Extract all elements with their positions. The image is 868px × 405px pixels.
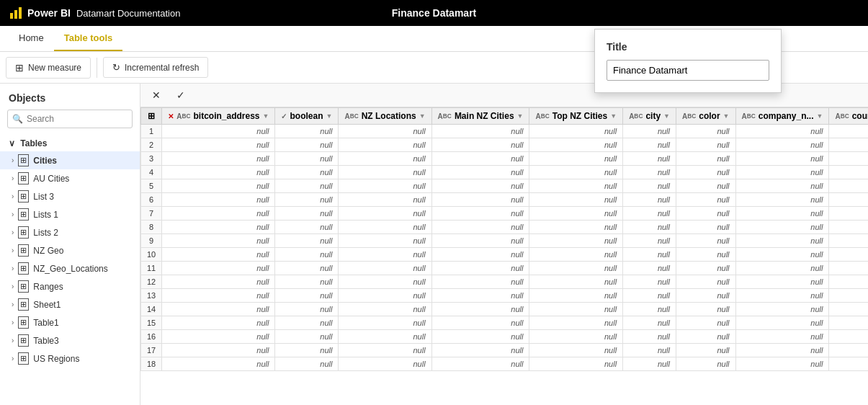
cell: null [829, 357, 868, 371]
sidebar-item-list3[interactable]: › ⊞ List 3 [0, 187, 140, 205]
col-name-company: company_n... [759, 111, 814, 121]
cell: null [829, 179, 868, 193]
cell: null [529, 152, 623, 166]
cell: null [339, 193, 431, 207]
new-measure-button[interactable]: ⊞ New measure [6, 57, 91, 79]
cell: null [529, 303, 623, 316]
col-header-main-nz-cities[interactable]: ABC Main NZ Cities ▼ [431, 108, 529, 125]
cell: null [829, 207, 868, 221]
cell: null [339, 248, 431, 262]
col-dropdown-nz-loc[interactable]: ▼ [419, 112, 426, 120]
col-header-nz-locations[interactable]: ABC NZ Locations ▼ [339, 108, 431, 125]
sidebar-item-cities[interactable]: › ⊞ Cities [0, 151, 140, 169]
col-header-boolean[interactable]: ✓ boolean ▼ [275, 108, 339, 125]
cell: null [829, 221, 868, 234]
popup-title-input[interactable] [607, 60, 769, 81]
cell: null [275, 207, 339, 221]
list3-chevron: › [12, 192, 14, 200]
table-row: 14nullnullnullnullnullnullnullnullnull [141, 303, 869, 316]
row-number: 6 [141, 193, 162, 207]
confirm-edit-button[interactable]: ✓ [171, 86, 191, 104]
table-row: 11nullnullnullnullnullnullnullnullnull [141, 262, 869, 275]
cell: null [623, 193, 676, 207]
search-input[interactable] [7, 110, 133, 128]
cell: null [735, 316, 829, 330]
col-dropdown-company[interactable]: ▼ [816, 112, 823, 120]
col-header-country[interactable]: ABC country ▼ [829, 108, 868, 125]
col-dropdown-top-nz[interactable]: ▼ [610, 112, 617, 120]
sidebar-item-au-cities[interactable]: › ⊞ AU Cities [0, 169, 140, 187]
col-header-color[interactable]: ABC color ▼ [676, 108, 736, 125]
cell: null [162, 125, 275, 138]
cell: null [431, 166, 529, 179]
tab-table-tools[interactable]: Table tools [54, 26, 123, 51]
cell: null [529, 166, 623, 179]
sidebar-item-nz-geo-locations[interactable]: › ⊞ NZ_Geo_Locations [0, 259, 140, 277]
table3-icon: ⊞ [18, 334, 29, 347]
sidebar-item-ranges[interactable]: › ⊞ Ranges [0, 277, 140, 295]
cell: null [275, 289, 339, 303]
cell: null [676, 248, 736, 262]
sidebar-item-table3[interactable]: › ⊞ Table3 [0, 331, 140, 350]
cell: null [529, 357, 623, 371]
col-header-city[interactable]: ABC city ▼ [623, 108, 676, 125]
cell: null [735, 289, 829, 303]
col-header-company[interactable]: ABC company_n... ▼ [735, 108, 829, 125]
row-number: 9 [141, 234, 162, 248]
cell: null [623, 275, 676, 289]
col-dropdown-main-nz[interactable]: ▼ [517, 112, 524, 120]
col-dropdown-bitcoin[interactable]: ▼ [263, 112, 269, 120]
sidebar-item-lists1[interactable]: › ⊞ Lists 1 [0, 205, 140, 223]
sidebar-item-us-regions[interactable]: › ⊞ US Regions [0, 350, 140, 368]
row-number: 14 [141, 303, 162, 316]
cell: null [829, 193, 868, 207]
content-area: ✕ ✓ ⊞ ✕ ABC [140, 84, 868, 405]
cell: null [676, 330, 736, 344]
incremental-refresh-button[interactable]: ↻ Incremental refresh [103, 57, 208, 78]
cell: null [275, 179, 339, 193]
col-name-main-nz: Main NZ Cities [455, 111, 514, 121]
sidebar-item-lists2[interactable]: › ⊞ Lists 2 [0, 223, 140, 241]
cancel-edit-button[interactable]: ✕ [146, 86, 166, 104]
sidebar-item-table1[interactable]: › ⊞ Table1 [0, 313, 140, 331]
col-header-top-nz-cities[interactable]: ABC Top NZ Cities ▼ [529, 108, 623, 125]
check-icon: ✓ [176, 89, 185, 101]
col-dropdown-color[interactable]: ▼ [723, 112, 730, 120]
sheet1-icon: ⊞ [18, 298, 29, 311]
col-dropdown-boolean[interactable]: ▼ [326, 112, 332, 120]
col-name-nz-locations: NZ Locations [362, 111, 416, 121]
table-row: 8nullnullnullnullnullnullnullnullnull [141, 221, 869, 234]
list3-icon: ⊞ [18, 190, 29, 202]
sidebar-item-sheet1[interactable]: › ⊞ Sheet1 [0, 295, 140, 313]
sidebar: Objects 🔍 ∨ Tables › ⊞ Cities › ⊞ AU Cit… [0, 84, 140, 405]
cell: null [275, 275, 339, 289]
sidebar-item-nz-geo[interactable]: › ⊞ NZ Geo [0, 241, 140, 259]
cell: null [339, 221, 431, 234]
cell: null [275, 193, 339, 207]
row-number: 3 [141, 152, 162, 166]
cell: null [431, 248, 529, 262]
cell: null [431, 193, 529, 207]
cell: null [735, 303, 829, 316]
col-name-boolean: boolean [290, 111, 323, 121]
col-header-bitcoin-address[interactable]: ✕ ABC bitcoin_address ▼ [162, 108, 275, 125]
cell: null [275, 234, 339, 248]
cell: null [275, 166, 339, 179]
col-dropdown-city[interactable]: ▼ [663, 112, 670, 120]
cell: null [623, 221, 676, 234]
cell: null [735, 275, 829, 289]
ranges-chevron: › [12, 282, 14, 290]
cell: null [339, 357, 431, 371]
tab-home[interactable]: Home [9, 26, 54, 51]
nz-geo-chevron: › [12, 246, 14, 254]
cell: null [431, 262, 529, 275]
cell: null [735, 221, 829, 234]
tables-section-header: ∨ Tables [0, 134, 140, 151]
cell: null [676, 262, 736, 275]
svg-rect-2 [19, 7, 22, 19]
data-grid-container[interactable]: ⊞ ✕ ABC bitcoin_address ▼ [140, 107, 868, 405]
cell: null [529, 344, 623, 357]
cell: null [623, 344, 676, 357]
cell: null [431, 289, 529, 303]
cell: null [529, 221, 623, 234]
